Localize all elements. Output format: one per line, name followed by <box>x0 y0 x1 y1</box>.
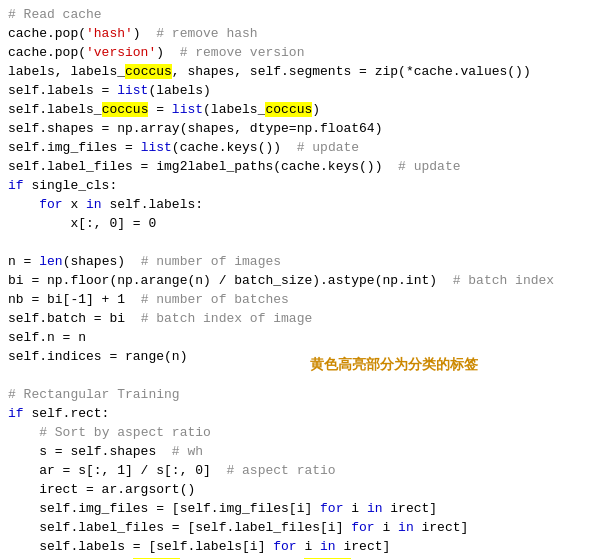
line-if-single-cls: if single_cls: <box>8 177 604 196</box>
line-irect: irect = ar.argsort() <box>8 481 604 500</box>
code-editor: # Read cache cache.pop('hash') # remove … <box>0 0 612 559</box>
line-empty2 <box>8 367 604 386</box>
line-s-shapes: s = self.shapes # wh <box>8 443 604 462</box>
annotation-note: 黄色高亮部分为分类的标签 <box>310 355 478 375</box>
line-img-files-irect: self.img_files = [self.img_files[i] for … <box>8 500 604 519</box>
line-self-batch: self.batch = bi # batch index of image <box>8 310 604 329</box>
line-labels-irect: self.labels = [self.labels[i] for i in i… <box>8 538 604 557</box>
line-pop-version: cache.pop('version') # remove version <box>8 44 604 63</box>
line-comment-rect: # Rectangular Training <box>8 386 604 405</box>
line-ar-ratio: ar = s[:, 1] / s[:, 0] # aspect ratio <box>8 462 604 481</box>
line-self-indices: self.indices = range(n) <box>8 348 604 367</box>
line-empty1 <box>8 234 604 253</box>
line-self-labels: self.labels = list(labels) <box>8 82 604 101</box>
line-pop-hash: cache.pop('hash') # remove hash <box>8 25 604 44</box>
line-nb: nb = bi[-1] + 1 # number of batches <box>8 291 604 310</box>
line-for-x: for x in self.labels: <box>8 196 604 215</box>
line-self-labels-coccus: self.labels_coccus = list(labels_coccus) <box>8 101 604 120</box>
line-self-shapes: self.shapes = np.array(shapes, dtype=np.… <box>8 120 604 139</box>
line-x-assign: x[:, 0] = 0 <box>8 215 604 234</box>
line-n-len: n = len(shapes) # number of images <box>8 253 604 272</box>
line-self-n: self.n = n <box>8 329 604 348</box>
line-self-label-files: self.label_files = img2label_paths(cache… <box>8 158 604 177</box>
line-comment-sort: # Sort by aspect ratio <box>8 424 604 443</box>
line-label-files-irect: self.label_files = [self.label_files[i] … <box>8 519 604 538</box>
line-bi: bi = np.floor(np.arange(n) / batch_size)… <box>8 272 604 291</box>
line-if-rect: if self.rect: <box>8 405 604 424</box>
line-self-img-files: self.img_files = list(cache.keys()) # up… <box>8 139 604 158</box>
line-labels-assign: labels, labels_coccus, shapes, self.segm… <box>8 63 604 82</box>
line-comment-read-cache: # Read cache <box>8 6 604 25</box>
